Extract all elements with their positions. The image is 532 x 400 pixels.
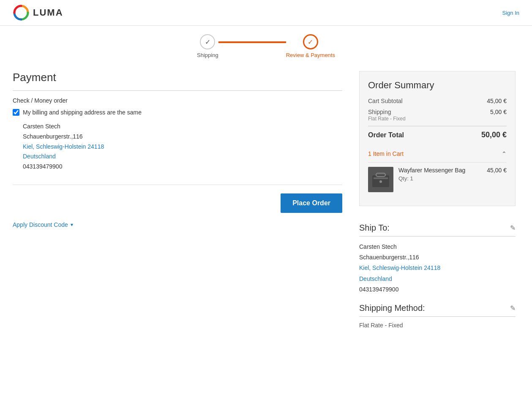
ship-country: Deutschland — [359, 274, 516, 284]
shipping-method-header: Shipping Method: ✎ — [359, 303, 516, 317]
billing-checkbox-row[interactable]: My billing and shipping address are the … — [13, 109, 342, 116]
order-total-line: Order Total 50,00 € — [368, 126, 507, 139]
step-review-circle: ✓ — [303, 34, 318, 49]
cart-item-qty: Qty: 1 — [398, 175, 482, 182]
step-shipping: ✓ Shipping — [197, 34, 218, 58]
billing-phone: 043139479900 — [23, 162, 342, 172]
svg-point-4 — [379, 180, 382, 183]
order-summary-title: Order Summary — [368, 80, 507, 91]
page-title: Payment — [13, 71, 342, 91]
billing-checkbox[interactable] — [13, 109, 19, 116]
logo-area: LUMA — [13, 4, 63, 21]
logo-text: LUMA — [33, 7, 63, 18]
checkout-steps: ✓ Shipping ✓ Review & Payments — [0, 26, 532, 63]
cart-chevron-up-icon: ⌃ — [502, 150, 507, 157]
luma-logo-icon — [13, 4, 30, 21]
ship-to-header: Ship To: ✎ — [359, 223, 516, 237]
order-total-value: 50,00 € — [481, 131, 507, 139]
bag-svg-icon — [370, 169, 391, 190]
apply-discount-label: Apply Discount Code — [13, 221, 68, 228]
ship-to-section: Ship To: ✎ Carsten Stech Schauenburgerst… — [359, 216, 516, 295]
payment-method-label: Check / Money order — [13, 97, 342, 104]
items-in-cart-toggle[interactable]: 1 Item in Cart ⌃ — [368, 146, 507, 157]
shipping-method-edit-icon[interactable]: ✎ — [510, 304, 516, 312]
left-column: Payment Check / Money order My billing a… — [8, 63, 355, 337]
discount-chevron-down-icon: ▾ — [71, 222, 73, 228]
shipping-sub-label: Flat Rate - Fixed — [368, 116, 406, 122]
billing-checkbox-label: My billing and shipping address are the … — [23, 109, 142, 116]
ship-name: Carsten Stech — [359, 242, 516, 252]
shipping-method-section: Shipping Method: ✎ Flat Rate - Fixed — [359, 303, 516, 329]
order-total-label: Order Total — [368, 131, 404, 139]
step-review-payments: ✓ Review & Payments — [286, 34, 335, 58]
ship-to-edit-icon[interactable]: ✎ — [510, 224, 516, 232]
ship-city-state-zip: Kiel, Schleswig-Holstein 24118 — [359, 263, 516, 273]
svg-rect-3 — [374, 177, 388, 179]
shipping-method-value: Flat Rate - Fixed — [359, 322, 516, 329]
cart-item-name: Wayfarer Messenger Bag — [398, 167, 482, 174]
billing-name: Carsten Stech — [23, 122, 342, 132]
checkmark-active-icon: ✓ — [308, 38, 313, 46]
cart-item-image — [368, 167, 393, 192]
shipping-label: Shipping Flat Rate - Fixed — [368, 109, 406, 122]
order-summary-box: Order Summary Cart Subtotal 45,00 € Ship… — [359, 71, 516, 206]
billing-address-block: Carsten Stech Schauenburgerstr.,116 Kiel… — [23, 122, 342, 172]
step-shipping-circle: ✓ — [200, 34, 215, 49]
checkmark-icon: ✓ — [205, 38, 210, 46]
cart-items-list: Wayfarer Messenger Bag Qty: 1 45,00 € — [368, 162, 507, 197]
main-layout: Payment Check / Money order My billing a… — [0, 63, 532, 337]
place-order-row: Place Order — [13, 185, 342, 213]
ship-to-title: Ship To: — [359, 223, 390, 233]
cart-item: Wayfarer Messenger Bag Qty: 1 45,00 € — [368, 167, 507, 197]
shipping-value: 5,00 € — [490, 109, 507, 115]
billing-country: Deutschland — [23, 152, 342, 162]
cart-subtotal-value: 45,00 € — [487, 98, 507, 104]
cart-subtotal-label: Cart Subtotal — [368, 98, 403, 104]
ship-to-address-block: Carsten Stech Schauenburgerstr.,116 Kiel… — [359, 242, 516, 295]
billing-city-state-zip: Kiel, Schleswig-Holstein 24118 — [23, 142, 342, 152]
shipping-method-title: Shipping Method: — [359, 303, 425, 313]
cart-subtotal-line: Cart Subtotal 45,00 € — [368, 98, 507, 104]
step-shipping-label: Shipping — [197, 52, 218, 58]
place-order-button[interactable]: Place Order — [281, 193, 342, 213]
step-connector-line — [218, 41, 286, 43]
step-review-label: Review & Payments — [286, 52, 335, 58]
sign-in-link[interactable]: Sign In — [502, 10, 519, 16]
cart-item-details: Wayfarer Messenger Bag Qty: 1 — [398, 167, 482, 182]
ship-phone: 043139479900 — [359, 284, 516, 295]
cart-item-price: 45,00 € — [487, 167, 507, 174]
items-in-cart-label: 1 Item in Cart — [368, 150, 404, 157]
apply-discount-row[interactable]: Apply Discount Code ▾ — [13, 221, 342, 228]
ship-street: Schauenburgerstr.,116 — [359, 252, 516, 263]
right-column: Order Summary Cart Subtotal 45,00 € Ship… — [355, 63, 520, 337]
billing-street: Schauenburgerstr.,116 — [23, 132, 342, 142]
header: LUMA Sign In — [0, 0, 532, 26]
shipping-line: Shipping Flat Rate - Fixed 5,00 € — [368, 109, 507, 122]
